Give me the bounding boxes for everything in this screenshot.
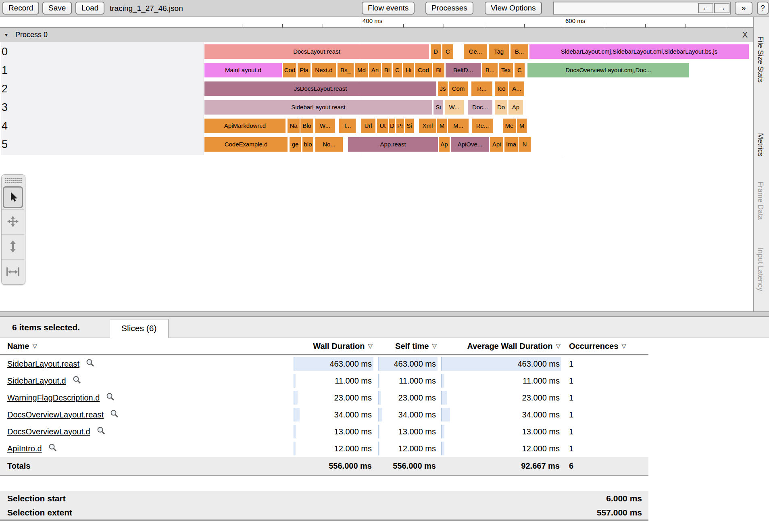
flame-slice[interactable]: DocsOverviewLayout.cmj,Doc... [527, 63, 689, 77]
flame-slice[interactable]: DocsLayout.reast [204, 44, 429, 59]
flame-slice[interactable]: Ap [439, 137, 450, 152]
flame-slice[interactable]: No... [315, 137, 343, 152]
flame-slice[interactable]: M [437, 119, 447, 133]
zoom-tool-button[interactable] [2, 235, 24, 260]
flame-slice[interactable]: ge [290, 137, 301, 152]
flame-slice[interactable]: Si [433, 100, 443, 115]
processes-button[interactable]: Processes [425, 2, 473, 15]
find-previous-button[interactable]: ← [698, 3, 713, 13]
flame-slice[interactable]: Na [288, 119, 300, 133]
flame-slice[interactable]: Ima [504, 137, 518, 152]
flame-slice[interactable]: I... [339, 119, 356, 133]
flame-slice[interactable]: SidebarLayout.cmj,SidebarLayout.cmi,Side… [529, 44, 749, 59]
slice-name-link[interactable]: DocsOverviewLayout.reast [7, 410, 104, 419]
magnifier-icon[interactable] [73, 376, 81, 386]
flame-slice[interactable]: W... [315, 119, 335, 133]
flame-slice[interactable]: Pr [396, 119, 404, 133]
side-tab-file-size-stats[interactable]: File Size Stats [756, 36, 765, 83]
search-input[interactable] [554, 2, 698, 14]
magnifier-icon[interactable] [110, 409, 119, 420]
flame-slice[interactable]: Bl [382, 63, 392, 77]
side-tab-metrics[interactable]: Metrics [756, 133, 765, 156]
slice-name-link[interactable]: ApiIntro.d [7, 444, 42, 453]
selection-tool-button[interactable] [2, 185, 24, 210]
flame-slice[interactable]: SidebarLayout.reast [204, 100, 432, 115]
flame-slice[interactable]: Re... [472, 119, 493, 133]
flame-slice[interactable]: Me [503, 119, 516, 133]
flame-slice[interactable]: D [389, 119, 395, 133]
slice-name-link[interactable]: SidebarLayout.reast [7, 359, 79, 369]
expand-panel-button[interactable]: » [735, 2, 752, 15]
flame-slice[interactable]: D [431, 44, 441, 59]
save-button[interactable]: Save [42, 2, 72, 15]
flame-slice[interactable]: ApiOve... [451, 137, 489, 152]
magnifier-icon[interactable] [48, 443, 57, 454]
flame-slice[interactable]: ApiMarkdown.d [204, 119, 286, 133]
flame-slice[interactable]: R... [471, 81, 492, 96]
column-header-wall-duration[interactable]: Wall Duration▽ [294, 338, 373, 354]
palette-drag-handle[interactable] [5, 177, 22, 183]
flame-slice[interactable]: Ap [508, 100, 523, 115]
flame-slice[interactable]: Js [438, 81, 448, 96]
close-process-icon[interactable]: X [742, 28, 748, 42]
flame-slice[interactable]: Cod [283, 63, 296, 77]
flame-slice[interactable]: Tex [499, 63, 513, 77]
flame-slice[interactable]: An [369, 63, 381, 77]
flame-slice[interactable]: Ut [377, 119, 388, 133]
flame-slice[interactable]: MainLayout.d [204, 63, 282, 77]
flame-slice[interactable]: C [393, 63, 402, 77]
flame-slice[interactable]: C [442, 44, 453, 59]
horizontal-splitter[interactable] [0, 311, 769, 317]
flame-slice[interactable]: Pla [298, 63, 311, 77]
flame-slice[interactable]: Do [495, 100, 507, 115]
magnifier-icon[interactable] [106, 392, 115, 403]
flame-slice[interactable]: Xml [419, 119, 436, 133]
load-button[interactable]: Load [75, 2, 104, 15]
flame-slice[interactable]: W... [445, 100, 464, 115]
record-button[interactable]: Record [2, 2, 39, 15]
flame-slice[interactable]: M [517, 119, 527, 133]
flame-slice[interactable]: Doc... [468, 100, 492, 115]
flame-slice[interactable]: Tag [489, 44, 509, 59]
magnifier-icon[interactable] [86, 359, 94, 369]
flame-slice[interactable]: Com [449, 81, 468, 96]
column-header-self-time[interactable]: Self time▽ [378, 338, 438, 354]
flame-slice[interactable]: blo [302, 137, 313, 152]
flow-events-button[interactable]: Flow events [362, 2, 415, 15]
flame-slice[interactable]: B... [482, 63, 498, 77]
flame-slice[interactable]: CodeExample.d [204, 137, 288, 152]
side-tab-input-latency[interactable]: Input Latency [756, 248, 765, 291]
flame-slice[interactable]: Next.d [312, 63, 336, 77]
flame-slice[interactable]: A... [509, 81, 524, 96]
column-header-occurrences[interactable]: Occurrences▽ [569, 338, 626, 354]
flame-slice[interactable]: Ico [495, 81, 508, 96]
magnifier-icon[interactable] [97, 426, 105, 437]
flame-slice[interactable]: BeltD... [446, 63, 481, 77]
flame-slice[interactable]: Cod [415, 63, 432, 77]
flame-slice[interactable]: Bl [433, 63, 444, 77]
flame-slice[interactable]: Hi [403, 63, 414, 77]
timing-tool-button[interactable] [2, 260, 24, 285]
flame-slice[interactable]: M... [448, 119, 469, 133]
find-next-button[interactable]: → [714, 3, 729, 13]
flame-slice[interactable]: Si [405, 119, 414, 133]
slice-name-link[interactable]: SidebarLayout.d [7, 376, 66, 386]
slice-name-link[interactable]: WarningFlagDescription.d [7, 393, 100, 403]
flame-slice[interactable]: JsDocsLayout.reast [204, 81, 436, 96]
flame-slice[interactable]: Ge... [464, 44, 487, 59]
flame-slice[interactable]: N [519, 137, 531, 152]
flame-slice[interactable]: Blo [300, 119, 313, 133]
flame-slice[interactable]: Url [361, 119, 375, 133]
flame-slice[interactable]: App.reast [348, 137, 438, 152]
flame-slice[interactable]: Api [490, 137, 503, 152]
collapse-triangle-icon[interactable]: ▾ [5, 28, 8, 42]
side-tab-frame-data[interactable]: Frame Data [756, 182, 765, 220]
flame-slice[interactable]: Bs_ [338, 63, 354, 77]
flame-slice[interactable]: B... [511, 44, 528, 59]
view-options-button[interactable]: View Options [485, 2, 542, 15]
help-button[interactable]: ? [757, 2, 769, 15]
flame-slice[interactable]: C [515, 63, 525, 77]
flame-slice[interactable]: Md [355, 63, 368, 77]
timeline-ruler[interactable]: 400 ms600 ms [0, 17, 753, 28]
column-header-name[interactable]: Name▽ [7, 338, 37, 354]
